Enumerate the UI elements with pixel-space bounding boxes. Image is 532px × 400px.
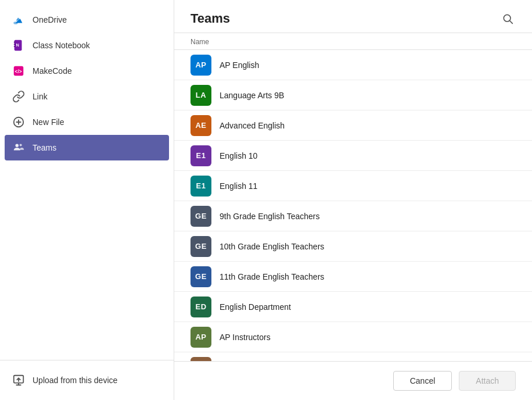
svg-rect-4 <box>14 46 16 47</box>
team-name: Advanced English <box>220 121 285 130</box>
team-name: English 11 <box>220 181 257 191</box>
team-avatar: AP <box>190 55 211 76</box>
notebook-icon: N <box>12 38 26 52</box>
team-avatar: LA <box>190 85 211 106</box>
sidebar-item-makecode-label: MakeCode <box>33 66 72 76</box>
team-avatar: GE <box>190 206 211 227</box>
link-icon <box>12 90 26 103</box>
team-row[interactable]: GE10th Grade English Teachers <box>174 231 532 262</box>
sidebar-item-link[interactable]: Link <box>0 84 174 109</box>
sidebar-item-link-label: Link <box>33 92 48 101</box>
svg-line-15 <box>510 21 513 24</box>
team-avatar: E1 <box>190 176 211 197</box>
sidebar-item-teams[interactable]: Teams <box>5 135 169 160</box>
team-name: 9th Grade English Teachers <box>220 212 320 221</box>
onedrive-icon <box>12 13 26 27</box>
team-avatar: ED <box>190 297 211 317</box>
page-title: Teams <box>190 11 230 26</box>
sidebar-item-classnotebook[interactable]: N Class Notebook <box>0 33 174 58</box>
team-avatar: AP <box>190 327 211 348</box>
team-row[interactable]: APAP Instructors <box>174 322 532 352</box>
team-name: 11th Grade English Teachers <box>220 272 324 281</box>
main-header: Teams <box>174 0 532 33</box>
teams-list: APAP EnglishLALanguage Arts 9BAEAdvanced… <box>174 50 532 361</box>
team-row[interactable]: LALanguage Arts 9B <box>174 80 532 110</box>
team-name: 10th Grade English Teachers <box>220 242 324 251</box>
team-name: AP Instructors <box>220 333 271 342</box>
team-name: AP English <box>220 60 259 70</box>
sidebar-item-onedrive[interactable]: OneDrive <box>0 7 174 33</box>
sidebar-item-makecode[interactable]: </> MakeCode <box>0 58 174 84</box>
main-panel: Teams Name APAP EnglishLALanguage Arts 9… <box>174 0 532 400</box>
footer: Cancel Attach <box>174 361 532 400</box>
sidebar-item-upload[interactable]: Upload from this device <box>0 367 174 393</box>
sidebar-bottom: Upload from this device <box>0 360 174 393</box>
team-name: English 10 <box>220 151 257 160</box>
team-avatar: GE <box>190 266 211 287</box>
newfile-icon <box>12 115 26 129</box>
svg-point-12 <box>20 144 22 146</box>
team-name: English Department <box>220 302 291 312</box>
team-row[interactable]: APAP English <box>174 50 532 80</box>
modal-container: OneDrive N Class Notebook </> <box>0 0 532 400</box>
team-row[interactable]: GE11th Grade English Teachers <box>174 262 532 292</box>
team-avatar: AE <box>190 115 211 136</box>
team-row[interactable]: ASAll Staff <box>174 352 532 361</box>
col-header-name: Name <box>174 33 532 50</box>
cancel-button[interactable]: Cancel <box>393 371 452 391</box>
team-row[interactable]: E1English 11 <box>174 171 532 201</box>
makecode-icon: </> <box>12 64 26 78</box>
svg-rect-3 <box>14 44 16 45</box>
svg-rect-2 <box>14 42 16 43</box>
sidebar-item-onedrive-label: OneDrive <box>33 15 67 24</box>
sidebar-item-classnotebook-label: Class Notebook <box>33 41 90 50</box>
teams-icon <box>12 141 26 155</box>
team-avatar: GE <box>190 236 211 257</box>
svg-text:</>: </> <box>15 69 22 74</box>
svg-point-0 <box>13 22 17 24</box>
sidebar-item-teams-label: Teams <box>33 143 56 152</box>
sidebar: OneDrive N Class Notebook </> <box>0 0 174 400</box>
team-row[interactable]: EDEnglish Department <box>174 292 532 322</box>
sidebar-item-newfile-label: New File <box>33 117 64 127</box>
team-avatar: E1 <box>190 145 211 166</box>
team-row[interactable]: AEAdvanced English <box>174 110 532 141</box>
team-row[interactable]: E1English 10 <box>174 141 532 171</box>
upload-label: Upload from this device <box>33 376 117 385</box>
sidebar-item-newfile[interactable]: New File <box>0 109 174 135</box>
svg-text:N: N <box>16 42 19 48</box>
team-row[interactable]: GE9th Grade English Teachers <box>174 201 532 231</box>
upload-icon <box>12 373 26 387</box>
team-name: Language Arts 9B <box>220 91 284 100</box>
attach-button[interactable]: Attach <box>459 371 516 391</box>
search-button[interactable] <box>499 10 516 27</box>
svg-point-11 <box>16 144 19 148</box>
team-avatar: AS <box>190 357 211 362</box>
